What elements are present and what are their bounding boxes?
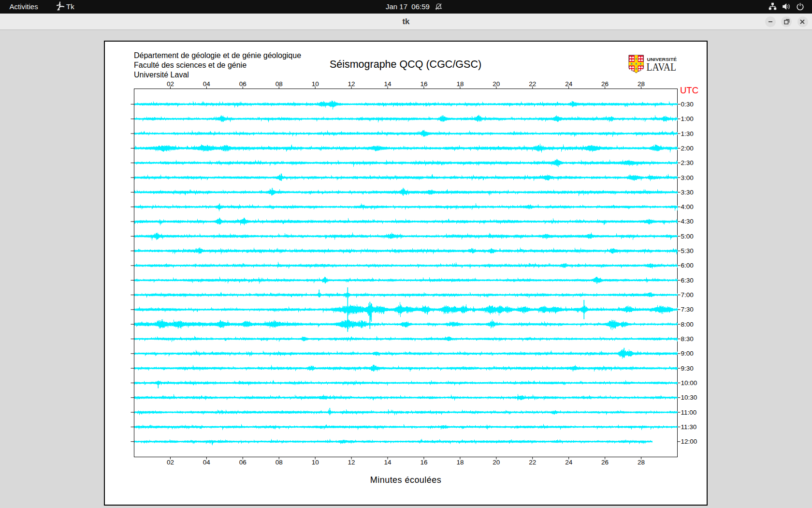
svg-text:LAVAL: LAVAL (647, 61, 677, 73)
